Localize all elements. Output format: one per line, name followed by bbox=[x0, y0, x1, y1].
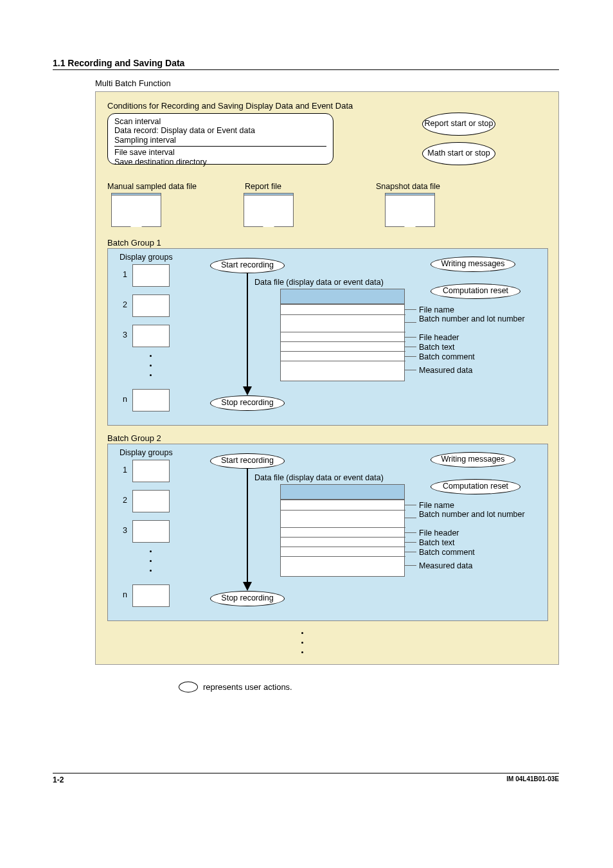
legend-text: represents user actions. bbox=[203, 682, 292, 692]
dot bbox=[150, 560, 152, 562]
dg-num: 2 bbox=[120, 300, 127, 309]
display-group-box bbox=[132, 389, 170, 411]
batch-group-box: Display groups 1 2 3 n Start recording S… bbox=[107, 248, 548, 426]
file-item: Batch number and lot number bbox=[419, 510, 525, 519]
file-manual-label: Manual sampled data file bbox=[107, 182, 197, 191]
batch-group-box: Display groups 1 2 3 n Start recording S… bbox=[107, 444, 548, 621]
dot bbox=[301, 642, 303, 644]
ellipse-stop: Stop recording bbox=[210, 395, 285, 411]
file-item: Batch comment bbox=[419, 548, 475, 557]
ellipse-comp: Computation reset bbox=[431, 284, 520, 299]
file-snapshot-label: Snapshot data file bbox=[376, 182, 440, 191]
display-group-box bbox=[132, 520, 170, 543]
file-notch bbox=[130, 221, 142, 227]
dot bbox=[301, 651, 303, 653]
display-groups-label: Display groups bbox=[120, 448, 173, 457]
display-group-box bbox=[132, 264, 170, 287]
file-item: Measured data bbox=[419, 366, 472, 375]
ellipse-icon bbox=[179, 682, 198, 692]
arrow-line bbox=[247, 273, 248, 388]
file-item: Measured data bbox=[419, 561, 472, 570]
datafile-banner bbox=[280, 484, 405, 500]
cond-l4: File save interval bbox=[114, 148, 326, 157]
dot bbox=[150, 355, 152, 357]
arrow-line bbox=[247, 469, 248, 583]
batch-group-title: Batch Group 1 bbox=[107, 238, 161, 248]
cond-l5: Save destination directory bbox=[114, 158, 326, 167]
file-item: File header bbox=[419, 333, 459, 342]
display-group-box bbox=[132, 584, 170, 607]
data-file-label: Data file (display data or event data) bbox=[254, 473, 384, 482]
display-group-box bbox=[132, 460, 170, 482]
dot bbox=[150, 374, 152, 376]
ellipse-report: Report start or stop bbox=[422, 113, 495, 136]
multi-batch-label: Multi Batch Function bbox=[95, 78, 171, 88]
dot bbox=[150, 365, 152, 366]
display-group-box bbox=[132, 325, 170, 347]
dg-num: n bbox=[120, 590, 127, 599]
datafile-body bbox=[280, 500, 405, 577]
file-notch bbox=[263, 221, 274, 227]
ellipse-math: Math start or stop bbox=[422, 142, 495, 165]
dot bbox=[150, 550, 152, 552]
section-header: 1.1 Recording and Saving Data bbox=[53, 58, 559, 70]
dg-num: 2 bbox=[120, 496, 127, 505]
display-group-box bbox=[132, 490, 170, 512]
dg-num: 1 bbox=[120, 466, 127, 475]
ellipse-start: Start recording bbox=[210, 258, 285, 273]
file-item: Batch number and lot number bbox=[419, 314, 525, 323]
cond-l2: Data record: Display data or Event data bbox=[114, 126, 326, 135]
ellipse-start: Start recording bbox=[210, 453, 285, 469]
display-groups-label: Display groups bbox=[120, 253, 173, 262]
ellipse-comp: Computation reset bbox=[431, 479, 520, 494]
arrow-head-icon bbox=[243, 386, 252, 395]
page-number: 1-2 bbox=[53, 775, 64, 784]
conditions-box: Scan interval Data record: Display data … bbox=[107, 113, 333, 165]
file-item: Batch text bbox=[419, 343, 455, 352]
file-item: File name bbox=[419, 501, 454, 510]
legend: represents user actions. bbox=[179, 682, 292, 692]
dg-num: 3 bbox=[120, 526, 127, 535]
page-footer: 1-2 IM 04L41B01-03E bbox=[53, 773, 559, 784]
divider bbox=[114, 146, 326, 147]
doc-id: IM 04L41B01-03E bbox=[506, 775, 559, 784]
dot bbox=[150, 570, 152, 572]
dg-num: 3 bbox=[120, 330, 127, 339]
ellipse-writing: Writing messages bbox=[431, 452, 515, 467]
cond-l3: Sampling interval bbox=[114, 136, 326, 145]
diagram-outer: Conditions for Recording and Saving Disp… bbox=[95, 91, 559, 665]
file-item: Batch comment bbox=[419, 352, 475, 361]
file-report-label: Report file bbox=[245, 182, 281, 191]
arrow-head-icon bbox=[243, 582, 252, 591]
file-item: File name bbox=[419, 305, 454, 314]
dg-num: 1 bbox=[120, 270, 127, 279]
datafile-body bbox=[280, 304, 405, 381]
conditions-title: Conditions for Recording and Saving Disp… bbox=[107, 101, 353, 111]
dot bbox=[301, 632, 303, 634]
display-group-box bbox=[132, 294, 170, 317]
batch-group-title: Batch Group 2 bbox=[107, 433, 161, 443]
cond-l1: Scan interval bbox=[114, 117, 326, 126]
datafile-banner bbox=[280, 289, 405, 304]
dg-num: n bbox=[120, 395, 127, 404]
file-item: File header bbox=[419, 529, 459, 538]
ellipse-writing: Writing messages bbox=[431, 257, 515, 272]
file-item: Batch text bbox=[419, 538, 455, 547]
ellipse-stop: Stop recording bbox=[210, 591, 285, 606]
file-notch bbox=[404, 221, 416, 227]
data-file-label: Data file (display data or event data) bbox=[254, 278, 384, 287]
